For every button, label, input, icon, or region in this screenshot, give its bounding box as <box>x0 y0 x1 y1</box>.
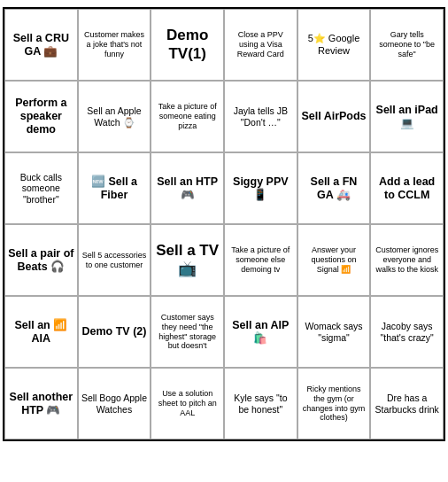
bingo-cell[interactable]: Customer ignores everyone and walks to t… <box>370 224 444 296</box>
cell-text: Close a PPV using a Visa Reward Card <box>228 30 294 58</box>
cell-text: Sell an HTP 🎮 <box>154 175 220 202</box>
cell-text: 🆕 Sell a Fiber <box>81 175 148 202</box>
cell-text: Add a lead to CCLM <box>374 175 440 202</box>
cell-text: Sell an AIP 🛍️ <box>228 319 294 346</box>
cell-text: Gary tells someone to "be safe" <box>374 30 440 58</box>
bingo-cell[interactable]: Sell a CRU GA 💼 <box>4 9 78 81</box>
bingo-cell[interactable]: Sell another HTP 🎮 <box>4 368 78 439</box>
bingo-cell[interactable]: Answer your questions on Signal 📶 <box>297 224 371 296</box>
cell-text: Sell an Apple Watch ⌚ <box>81 105 148 128</box>
bingo-cell[interactable]: Customer makes a joke that's not funny <box>78 9 151 81</box>
bingo-cell[interactable]: Take a picture of someone else demoing t… <box>224 224 297 296</box>
bingo-cell[interactable]: Demo TV (2) <box>78 296 151 368</box>
bingo-cell[interactable]: Customer says they need "the highest" st… <box>151 296 224 368</box>
cell-text: Womack says "sigma" <box>301 321 367 343</box>
bingo-cell[interactable]: Take a picture of someone eating pizza <box>151 81 224 152</box>
bingo-cell[interactable]: Perform a speaker demo <box>4 81 78 152</box>
bingo-cell[interactable]: Siggy PPV 📱 <box>224 152 297 224</box>
bingo-cell[interactable]: Sell an 📶 AIA <box>4 296 78 368</box>
cell-text: Sell an iPad 💻 <box>374 104 440 130</box>
cell-text: Buck calls someone "brother" <box>8 172 74 206</box>
cell-text: Sell a CRU GA 💼 <box>8 32 74 58</box>
bingo-cell[interactable]: Use a solution sheet to pitch an AAL <box>151 368 224 439</box>
bingo-header <box>0 0 448 7</box>
bingo-cell[interactable]: Gary tells someone to "be safe" <box>370 9 444 81</box>
bingo-cell[interactable]: Sell a pair of Beats 🎧 <box>4 224 78 296</box>
bingo-cell[interactable]: Sell Bogo Apple Watches <box>78 368 151 439</box>
cell-text: Sell another HTP 🎮 <box>8 391 74 417</box>
bingo-cell[interactable]: Dre has a Starbucks drink <box>370 368 444 439</box>
cell-text: Sell a FN GA 🚑 <box>301 175 367 202</box>
cell-text: Sell Bogo Apple Watches <box>81 393 148 415</box>
cell-text: Sell a TV 📺 <box>154 242 220 278</box>
cell-text: Customer says they need "the highest" st… <box>154 313 220 351</box>
cell-text: Use a solution sheet to pitch an AAL <box>154 389 220 417</box>
cell-text: Customer makes a joke that's not funny <box>81 30 148 58</box>
cell-text: Dre has a Starbucks drink <box>374 393 440 415</box>
bingo-cell[interactable]: Jacoby says "that's crazy" <box>370 296 444 368</box>
bingo-cell[interactable]: Sell an Apple Watch ⌚ <box>78 81 151 152</box>
bingo-cell[interactable]: Demo TV(1) <box>151 9 224 81</box>
bingo-cell[interactable]: Sell a FN GA 🚑 <box>297 152 371 224</box>
cell-text: Demo TV (2) <box>82 325 147 338</box>
cell-text: Kyle says "to be honest" <box>228 393 294 415</box>
bingo-cell[interactable]: Buck calls someone "brother" <box>4 152 78 224</box>
bingo-cell[interactable]: Kyle says "to be honest" <box>224 368 297 439</box>
cell-text: Demo TV(1) <box>154 27 220 63</box>
cell-text: Jayla tells JB "Don't …" <box>228 105 294 128</box>
bingo-cell[interactable]: Close a PPV using a Visa Reward Card <box>224 9 297 81</box>
bingo-cell[interactable]: 🆕 Sell a Fiber <box>78 152 151 224</box>
cell-text: Sell AirPods <box>301 110 366 123</box>
bingo-cell[interactable]: Sell 5 accessories to one customer <box>78 224 151 296</box>
cell-text: Take a picture of someone else demoing t… <box>228 245 294 274</box>
cell-text: Sell an 📶 AIA <box>8 319 74 346</box>
cell-text: Customer ignores everyone and walks to t… <box>374 245 440 274</box>
cell-text: Ricky mentions the gym (or changes into … <box>301 385 367 423</box>
bingo-cell[interactable]: Sell an iPad 💻 <box>370 81 444 152</box>
bingo-cell[interactable]: Sell an AIP 🛍️ <box>224 296 297 368</box>
cell-text: Take a picture of someone eating pizza <box>154 102 220 130</box>
bingo-cell[interactable]: 5⭐ Google Review <box>297 9 371 81</box>
bingo-cell[interactable]: Sell a TV 📺 <box>151 224 224 296</box>
cell-text: Sell a pair of Beats 🎧 <box>8 247 74 274</box>
cell-text: Answer your questions on Signal 📶 <box>301 245 367 274</box>
bingo-cell[interactable]: Sell an HTP 🎮 <box>151 152 224 224</box>
cell-text: Siggy PPV 📱 <box>228 175 294 202</box>
bingo-cell[interactable]: Jayla tells JB "Don't …" <box>224 81 297 152</box>
bingo-cell[interactable]: Add a lead to CCLM <box>370 152 444 224</box>
bingo-cell[interactable]: Sell AirPods <box>297 81 371 152</box>
cell-text: 5⭐ Google Review <box>301 33 367 56</box>
cell-text: Jacoby says "that's crazy" <box>374 321 440 343</box>
cell-text: Perform a speaker demo <box>8 97 74 136</box>
bingo-cell[interactable]: Womack says "sigma" <box>297 296 371 368</box>
bingo-cell[interactable]: Ricky mentions the gym (or changes into … <box>297 368 371 439</box>
cell-text: Sell 5 accessories to one customer <box>81 251 148 270</box>
bingo-grid: Sell a CRU GA 💼Customer makes a joke tha… <box>3 7 445 441</box>
